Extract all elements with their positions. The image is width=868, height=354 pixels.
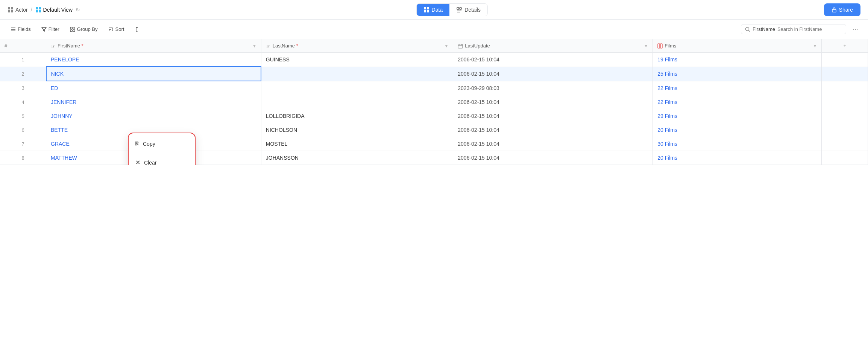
svg-rect-9 bbox=[427, 7, 429, 9]
cell-films[interactable]: 19 Films bbox=[653, 53, 822, 67]
breadcrumb-view[interactable]: Default View bbox=[35, 7, 73, 13]
svg-rect-3 bbox=[11, 10, 13, 12]
cell-lastname[interactable] bbox=[261, 81, 453, 95]
cell-firstname[interactable]: PENELOPE bbox=[46, 53, 261, 67]
svg-rect-23 bbox=[73, 30, 75, 32]
col-header-add[interactable]: + bbox=[822, 39, 868, 53]
table-row: 4JENNIFER2006-02-15 10:0422 Films bbox=[0, 95, 868, 109]
svg-rect-16 bbox=[832, 9, 836, 12]
cell-lastname[interactable]: JOHANSSON bbox=[261, 151, 453, 165]
cell-num: 6 bbox=[0, 123, 46, 137]
ctx-clear[interactable]: ✕ Clear bbox=[129, 155, 195, 165]
svg-rect-8 bbox=[424, 7, 426, 9]
svg-text:Tr: Tr bbox=[266, 44, 270, 48]
more-options-button[interactable]: ⋯ bbox=[849, 24, 862, 35]
tab-data[interactable]: Data bbox=[417, 4, 450, 16]
fields-label: Fields bbox=[18, 26, 31, 32]
fields-button[interactable]: Fields bbox=[6, 24, 35, 34]
tab-details[interactable]: Details bbox=[449, 4, 487, 16]
cell-num: 5 bbox=[0, 109, 46, 123]
ctx-copy[interactable]: ⎘ Copy bbox=[129, 136, 195, 151]
text-type-icon: Tr bbox=[51, 43, 56, 48]
cell-films[interactable]: 30 Films bbox=[653, 137, 822, 151]
cell-firstname[interactable]: JENNIFER bbox=[46, 95, 261, 109]
col-header-lastupdate[interactable]: LastUpdate ▼ bbox=[453, 39, 653, 53]
cell-lastupdate: 2006-02-15 10:04 bbox=[453, 53, 653, 67]
refresh-icon[interactable]: ↻ bbox=[76, 7, 80, 13]
cell-num: 1 bbox=[0, 53, 46, 67]
svg-rect-13 bbox=[460, 8, 461, 9]
cell-extra bbox=[822, 151, 868, 165]
context-menu: ⎘ Copy ✕ Clear 🗑 Delete row bbox=[128, 133, 196, 165]
cell-extra bbox=[822, 123, 868, 137]
films-chevron[interactable]: ▼ bbox=[813, 44, 817, 48]
cell-firstname[interactable]: NICK bbox=[46, 67, 261, 81]
cell-num: 3 bbox=[0, 81, 46, 95]
svg-rect-11 bbox=[427, 10, 429, 12]
lock-icon bbox=[832, 7, 837, 12]
filter-button[interactable]: Filter bbox=[37, 24, 64, 34]
top-bar: Actor / Default View ↻ Data bbox=[0, 0, 868, 20]
sort-button[interactable]: Sort bbox=[104, 24, 129, 34]
svg-rect-12 bbox=[457, 8, 459, 9]
breadcrumb-area: Actor / Default View ↻ bbox=[8, 7, 80, 13]
cell-lastupdate: 2006-02-15 10:04 bbox=[453, 67, 653, 81]
search-input[interactable] bbox=[777, 26, 842, 32]
sort-label: Sort bbox=[115, 26, 124, 32]
share-button[interactable]: Share bbox=[824, 3, 860, 16]
search-field-label: FirstName bbox=[753, 26, 775, 32]
group-by-button[interactable]: Group By bbox=[65, 24, 102, 34]
cell-films[interactable]: 20 Films bbox=[653, 123, 822, 137]
cell-lastupdate: 2006-02-15 10:04 bbox=[453, 123, 653, 137]
svg-rect-5 bbox=[39, 7, 41, 9]
toolbar-right: FirstName ⋯ bbox=[741, 24, 862, 35]
ctx-copy-label: Copy bbox=[143, 141, 155, 147]
cell-num: 4 bbox=[0, 95, 46, 109]
cell-num: 7 bbox=[0, 137, 46, 151]
search-icon bbox=[745, 27, 750, 32]
cell-lastupdate: 2006-02-15 10:04 bbox=[453, 109, 653, 123]
cell-extra bbox=[822, 53, 868, 67]
date-type-icon bbox=[458, 43, 463, 49]
cell-lastname[interactable]: MOSTEL bbox=[261, 137, 453, 151]
table-row: 3ED2023-09-29 08:0322 Films bbox=[0, 81, 868, 95]
data-tab-icon bbox=[423, 7, 429, 13]
cell-firstname[interactable]: JOHNNY bbox=[46, 109, 261, 123]
svg-rect-20 bbox=[70, 27, 72, 29]
cell-lastname[interactable] bbox=[261, 95, 453, 109]
col-header-firstname[interactable]: Tr FirstName * ▼ bbox=[46, 39, 261, 53]
cell-films[interactable]: 22 Films bbox=[653, 95, 822, 109]
cell-lastname[interactable]: GUINESS bbox=[261, 53, 453, 67]
breadcrumb-actor-label: Actor bbox=[15, 7, 28, 13]
sort-icon bbox=[108, 27, 114, 32]
details-tab-icon bbox=[456, 7, 462, 13]
lastname-chevron[interactable]: ▼ bbox=[444, 44, 448, 48]
cell-films[interactable]: 25 Films bbox=[653, 67, 822, 81]
firstname-chevron[interactable]: ▼ bbox=[252, 44, 256, 48]
share-button-label: Share bbox=[839, 7, 853, 13]
cell-films[interactable]: 22 Films bbox=[653, 81, 822, 95]
cell-firstname[interactable]: ED bbox=[46, 81, 261, 95]
cell-films[interactable]: 29 Films bbox=[653, 109, 822, 123]
cell-lastname[interactable] bbox=[261, 67, 453, 81]
col-header-films[interactable]: Films ▼ bbox=[653, 39, 822, 53]
lastupdate-chevron[interactable]: ▼ bbox=[644, 44, 648, 48]
row-height-icon bbox=[135, 26, 139, 32]
svg-rect-6 bbox=[36, 10, 38, 12]
cell-extra bbox=[822, 137, 868, 151]
table-row: 5JOHNNYLOLLOBRIGIDA2006-02-15 10:0429 Fi… bbox=[0, 109, 868, 123]
breadcrumb-actor[interactable]: Actor bbox=[8, 7, 28, 13]
data-table-container: # Tr FirstName * ▼ Tr bbox=[0, 39, 868, 165]
cell-lastname[interactable]: NICHOLSON bbox=[261, 123, 453, 137]
row-height-button[interactable] bbox=[130, 24, 144, 35]
col-header-lastname[interactable]: Tr LastName * ▼ bbox=[261, 39, 453, 53]
search-box[interactable]: FirstName bbox=[741, 24, 846, 34]
group-by-icon bbox=[70, 27, 75, 32]
cell-lastname[interactable]: LOLLOBRIGIDA bbox=[261, 109, 453, 123]
cell-lastupdate: 2006-02-15 10:04 bbox=[453, 137, 653, 151]
cell-films[interactable]: 20 Films bbox=[653, 151, 822, 165]
svg-rect-21 bbox=[73, 27, 75, 29]
svg-rect-7 bbox=[39, 10, 41, 12]
svg-rect-37 bbox=[658, 44, 660, 48]
cell-extra bbox=[822, 67, 868, 81]
